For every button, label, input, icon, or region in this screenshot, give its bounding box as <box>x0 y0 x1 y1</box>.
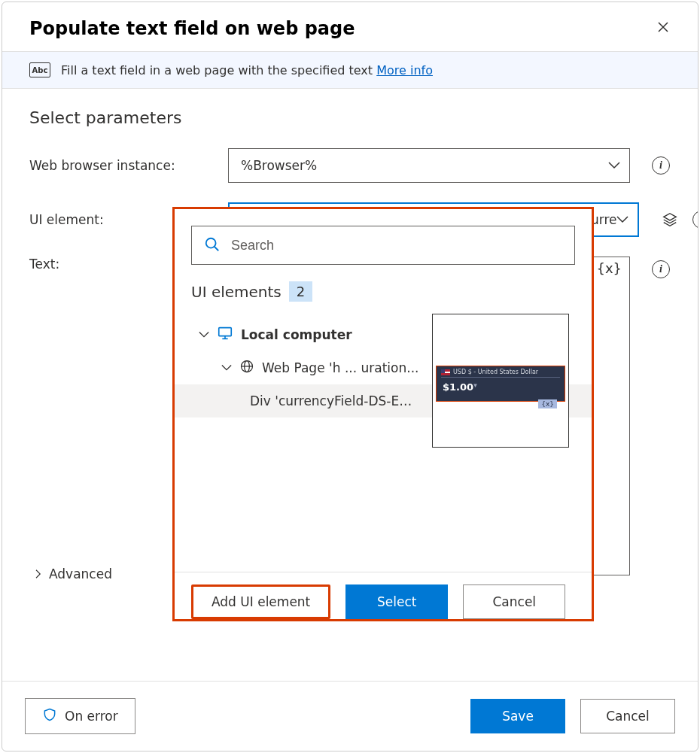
cancel-button[interactable]: Cancel <box>580 699 675 733</box>
layers-icon[interactable] <box>660 210 680 229</box>
chevron-down-icon <box>616 216 628 223</box>
add-ui-element-button[interactable]: Add UI element <box>191 584 330 619</box>
tree-label: Local computer <box>241 327 352 342</box>
preview-currency-label: USD $ - United States Dollar <box>453 369 538 375</box>
advanced-label: Advanced <box>49 566 112 581</box>
advanced-toggle[interactable]: Advanced <box>34 566 112 581</box>
search-icon <box>204 236 221 255</box>
ui-elements-count: 2 <box>289 281 312 302</box>
ui-elements-tree: Local computer Web Page 'h ... uration..… <box>175 318 592 566</box>
dialog-body: Select parameters Web browser instance: … <box>2 89 698 681</box>
tree-label: Web Page 'h ... uration... <box>262 360 418 375</box>
abc-icon: Abc <box>29 62 50 77</box>
browser-value: %Browser% <box>241 158 317 173</box>
ui-elements-title: UI elements <box>191 283 282 301</box>
preview-content: USD $ - United States Dollar $1.00▾ {x} <box>436 366 565 402</box>
shield-icon <box>42 707 57 725</box>
ui-element-picker-popup: UI elements 2 Local computer <box>172 207 594 621</box>
chevron-down-icon <box>199 331 209 339</box>
preview-topbar: USD $ - United States Dollar <box>441 369 560 378</box>
svg-line-1 <box>215 246 219 250</box>
text-info-icon[interactable]: i <box>651 260 671 279</box>
element-preview: USD $ - United States Dollar $1.00▾ {x} <box>432 314 569 448</box>
browser-select[interactable]: %Browser% <box>228 148 630 183</box>
svg-point-0 <box>206 238 216 247</box>
dialog: Populate text field on web page Abc Fill… <box>2 2 698 751</box>
monitor-icon <box>217 325 233 345</box>
popup-footer: Add UI element Select Cancel <box>175 572 592 619</box>
preview-amount: $1.00▾ <box>443 381 477 393</box>
fx-variable-icon[interactable]: {x} <box>596 260 622 276</box>
search-box[interactable] <box>191 226 575 265</box>
info-bar: Abc Fill a text field in a web page with… <box>2 51 698 89</box>
dialog-footer: On error Save Cancel <box>2 681 698 751</box>
select-button[interactable]: Select <box>345 584 448 619</box>
ui-element-info-icon[interactable]: i <box>692 210 698 229</box>
browser-label: Web browser instance: <box>29 158 215 173</box>
popup-cancel-button[interactable]: Cancel <box>463 584 565 619</box>
ui-elements-header: UI elements 2 <box>191 281 575 302</box>
info-text-main: Fill a text field in a web page with the… <box>61 63 373 77</box>
on-error-label: On error <box>65 709 118 724</box>
browser-row: Web browser instance: %Browser% i <box>29 148 671 183</box>
close-button[interactable] <box>651 17 675 39</box>
info-text: Fill a text field in a web page with the… <box>61 63 433 77</box>
chevron-down-icon <box>608 162 620 169</box>
dialog-title: Populate text field on web page <box>29 18 355 39</box>
preview-fx-tag: {x} <box>538 399 557 408</box>
browser-info-icon[interactable]: i <box>651 156 671 175</box>
save-button[interactable]: Save <box>470 699 565 733</box>
on-error-button[interactable]: On error <box>25 698 135 734</box>
more-info-link[interactable]: More info <box>376 63 433 77</box>
browser-trailing: i <box>651 156 671 175</box>
flag-icon <box>441 369 450 375</box>
dialog-header: Populate text field on web page <box>2 2 698 51</box>
svg-rect-2 <box>219 328 232 336</box>
search-input[interactable] <box>230 237 562 254</box>
chevron-right-icon <box>34 569 43 578</box>
chevron-down-icon <box>221 364 232 372</box>
section-title: Select parameters <box>29 108 671 127</box>
ui-element-trailing: i <box>660 210 698 229</box>
globe-icon <box>239 359 254 377</box>
tree-label: Div 'currencyField-DS-En... <box>250 393 415 408</box>
